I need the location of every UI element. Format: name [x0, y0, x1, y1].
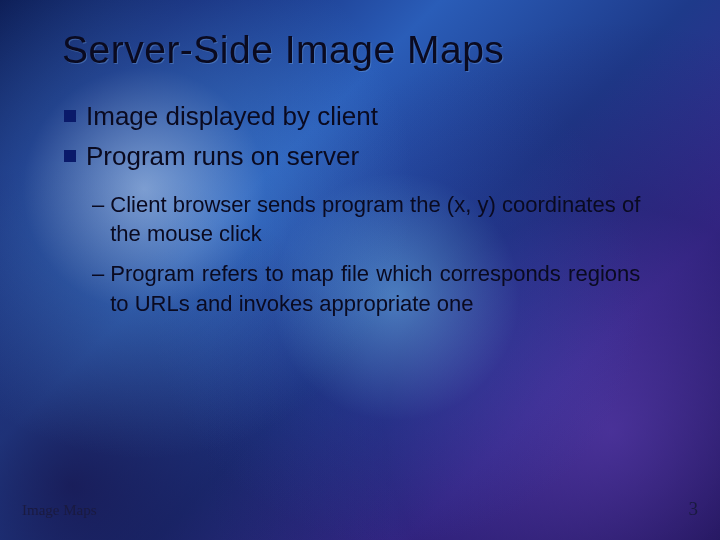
subbullet-text: Client browser sends program the (x, y) … [110, 190, 640, 249]
bullet-item: Program runs on server [64, 140, 658, 174]
bullet-text: Image displayed by client [86, 100, 378, 134]
subbullet-item: – Client browser sends program the (x, y… [92, 190, 658, 249]
dash-bullet-icon: – [92, 190, 104, 220]
slide: Server-Side Image Maps Image displayed b… [0, 0, 720, 540]
subbullet-text: Program refers to map file which corresp… [110, 259, 640, 318]
square-bullet-icon [64, 150, 76, 162]
slide-title: Server-Side Image Maps [62, 28, 658, 72]
bullet-text: Program runs on server [86, 140, 359, 174]
bullet-list: Image displayed by client Program runs o… [64, 100, 658, 318]
dash-bullet-icon: – [92, 259, 104, 289]
subbullet-list: – Client browser sends program the (x, y… [92, 190, 658, 319]
subbullet-item: – Program refers to map file which corre… [92, 259, 658, 318]
page-number: 3 [689, 498, 699, 520]
footer: Image Maps 3 [22, 498, 698, 520]
bullet-item: Image displayed by client [64, 100, 658, 134]
square-bullet-icon [64, 110, 76, 122]
footer-label: Image Maps [22, 502, 97, 519]
